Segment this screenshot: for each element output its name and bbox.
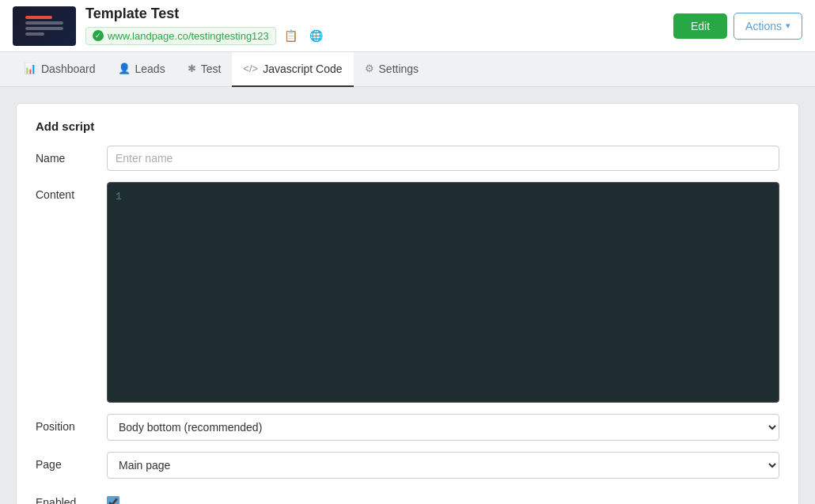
open-url-button[interactable]: 🌐 (306, 25, 327, 46)
tab-test[interactable]: ✱ Test (176, 52, 233, 87)
edit-button[interactable]: Edit (673, 13, 727, 39)
line-number: 1 (116, 191, 122, 203)
position-label: Position (36, 414, 107, 433)
tab-leads-label: Leads (135, 63, 165, 75)
actions-label: Actions (745, 20, 782, 32)
header-actions: Edit Actions ▾ (673, 13, 802, 40)
dashboard-icon: 📊 (24, 63, 36, 74)
tab-leads[interactable]: 👤 Leads (107, 52, 176, 87)
name-row: Name (36, 146, 779, 171)
position-select[interactable]: Body bottom (recommended) Head Body top (107, 414, 779, 441)
copy-url-button[interactable]: 📋 (281, 25, 301, 46)
position-control-wrap: Body bottom (recommended) Head Body top (107, 414, 779, 441)
chevron-down-icon: ▾ (786, 21, 790, 31)
tab-javascript-code[interactable]: </> Javascript Code (232, 52, 353, 87)
tab-dashboard-label: Dashboard (41, 63, 96, 75)
tab-settings[interactable]: ⚙ Settings (354, 52, 430, 87)
content-textarea[interactable] (116, 189, 771, 393)
name-input[interactable] (107, 146, 779, 171)
url-text: www.landpage.co/testingtesting123 (108, 30, 269, 42)
leads-icon: 👤 (118, 63, 131, 74)
settings-icon: ⚙ (365, 63, 374, 74)
header: Template Test ✓ www.landpage.co/testingt… (0, 0, 815, 52)
code-editor-wrapper: 1 (107, 182, 779, 403)
card-title: Add script (36, 119, 779, 133)
position-row: Position Body bottom (recommended) Head … (36, 414, 779, 441)
enabled-checkbox[interactable] (107, 496, 119, 504)
page-thumbnail (13, 6, 76, 46)
nav-tabs: 📊 Dashboard 👤 Leads ✱ Test </> Javascrip… (0, 52, 815, 87)
header-info: Template Test ✓ www.landpage.co/testingt… (85, 6, 673, 46)
content-label: Content (36, 182, 107, 201)
content-row: Content 1 (36, 182, 779, 403)
tab-test-label: Test (201, 63, 222, 75)
name-label: Name (36, 146, 107, 165)
page-select[interactable]: Main page Thank you page (107, 452, 779, 479)
url-badge: ✓ www.landpage.co/testingtesting123 (85, 27, 276, 45)
tab-dashboard[interactable]: 📊 Dashboard (13, 52, 107, 87)
enabled-control-wrap (107, 490, 779, 504)
check-icon: ✓ (93, 30, 104, 41)
enabled-row: Enabled (36, 490, 779, 504)
actions-button[interactable]: Actions ▾ (734, 13, 802, 40)
content-control-wrap: 1 (107, 182, 779, 403)
page-row: Page Main page Thank you page (36, 452, 779, 479)
add-script-card: Add script Name Content 1 Position Bo (16, 103, 799, 504)
name-control-wrap (107, 146, 779, 171)
test-icon: ✱ (188, 63, 196, 74)
page-label: Page (36, 452, 107, 471)
tab-settings-label: Settings (379, 63, 419, 75)
enabled-label: Enabled (36, 490, 107, 504)
header-url-bar: ✓ www.landpage.co/testingtesting123 📋 🌐 (85, 25, 673, 46)
main-content: Add script Name Content 1 Position Bo (0, 87, 815, 504)
page-control-wrap: Main page Thank you page (107, 452, 779, 479)
page-title: Template Test (85, 6, 673, 22)
tab-javascript-code-label: Javascript Code (263, 63, 342, 75)
code-icon: </> (243, 63, 258, 74)
